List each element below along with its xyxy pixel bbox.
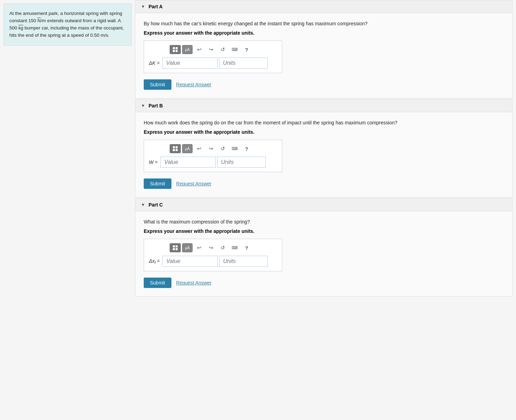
part-c-header: ▼ Part C: [135, 199, 512, 211]
part-b-request-button[interactable]: Request Answer: [176, 181, 212, 186]
problem-sidebar: At the amusement park, a horizontal spri…: [3, 3, 132, 46]
part-c-reset-button[interactable]: ↺: [217, 243, 228, 252]
part-b-units-input[interactable]: [217, 157, 266, 168]
part-a-mu-button[interactable]: μÄ: [182, 45, 193, 54]
part-b-keyboard-button[interactable]: ⌨: [229, 144, 240, 153]
part-a-grid-button[interactable]: [170, 45, 181, 54]
part-a-label: Part A: [149, 4, 163, 9]
part-a-header: ▼ Part A: [135, 0, 512, 13]
part-a-undo-button[interactable]: ↩: [194, 45, 204, 54]
part-c-request-button[interactable]: Request Answer: [176, 280, 212, 286]
part-c-submit-button[interactable]: Submit: [144, 278, 171, 288]
svg-rect-6: [173, 149, 175, 151]
part-c-mu-button[interactable]: μÄ: [182, 243, 193, 252]
part-a-request-button[interactable]: Request Answer: [176, 82, 212, 87]
part-b-help-button[interactable]: ?: [241, 144, 252, 153]
part-a-express: Express your answer with the appropriate…: [144, 30, 504, 36]
part-a-chevron[interactable]: ▼: [141, 4, 145, 9]
part-c-undo-button[interactable]: ↩: [194, 243, 204, 252]
part-b-redo-button[interactable]: ↪: [206, 144, 216, 153]
svg-rect-5: [176, 146, 178, 148]
svg-rect-8: [173, 245, 175, 247]
part-c-toolbar: μÄ ↩ ↪ ↺ ⌨ ?: [149, 243, 277, 252]
part-b-value-input[interactable]: [160, 157, 216, 168]
part-c-input-row: Δxf =: [149, 256, 277, 267]
part-b-input-row: W =: [149, 157, 277, 168]
part-a-help-button[interactable]: ?: [241, 45, 252, 54]
part-c-body: What is the maximum compression of the s…: [135, 211, 512, 296]
part-c-section: ▼ Part C What is the maximum compression…: [135, 198, 513, 297]
svg-rect-1: [176, 47, 178, 49]
part-c-chevron[interactable]: ▼: [141, 202, 145, 207]
part-c-express: Express your answer with the appropriate…: [144, 228, 504, 234]
svg-rect-3: [176, 50, 178, 52]
part-b-grid-button[interactable]: [170, 144, 181, 153]
part-c-var-label: Δxf =: [149, 258, 160, 265]
part-a-input-row: ΔK =: [149, 58, 277, 69]
part-b-undo-button[interactable]: ↩: [194, 144, 204, 153]
part-a-section: ▼ Part A By how much has the car's kinet…: [135, 0, 513, 98]
part-c-value-input[interactable]: [162, 256, 218, 267]
part-b-var-label: W =: [149, 159, 158, 165]
part-a-actions: Submit Request Answer: [144, 79, 504, 90]
svg-rect-7: [176, 149, 178, 151]
part-a-submit-button[interactable]: Submit: [144, 79, 171, 90]
part-c-question: What is the maximum compression of the s…: [144, 218, 504, 226]
svg-rect-9: [176, 245, 178, 247]
part-c-keyboard-button[interactable]: ⌨: [229, 243, 240, 252]
part-a-var-label: ΔK =: [149, 60, 160, 66]
part-c-actions: Submit Request Answer: [144, 278, 504, 288]
svg-rect-2: [173, 50, 175, 52]
part-a-question: By how much has the car's kinetic energy…: [144, 20, 504, 27]
part-c-grid-button[interactable]: [170, 243, 181, 252]
part-a-keyboard-button[interactable]: ⌨: [229, 45, 240, 54]
part-a-redo-button[interactable]: ↪: [206, 45, 216, 54]
part-a-toolbar: μÄ ↩ ↪ ↺ ⌨ ?: [149, 45, 277, 54]
part-c-answer-box: μÄ ↩ ↪ ↺ ⌨ ? Δxf =: [144, 239, 282, 271]
part-a-reset-button[interactable]: ↺: [217, 45, 228, 54]
part-b-answer-box: μÄ ↩ ↪ ↺ ⌨ ? W =: [144, 140, 282, 172]
part-a-body: By how much has the car's kinetic energy…: [135, 13, 512, 98]
part-b-mu-button[interactable]: μÄ: [182, 144, 193, 153]
sidebar-text: At the amusement park, a horizontal spri…: [9, 11, 124, 38]
part-c-units-input[interactable]: [219, 256, 268, 267]
svg-rect-11: [176, 248, 178, 250]
part-a-value-input[interactable]: [162, 58, 218, 69]
part-c-help-button[interactable]: ?: [241, 243, 252, 252]
part-b-reset-button[interactable]: ↺: [217, 144, 228, 153]
part-b-section: ▼ Part B How much work does the spring d…: [135, 99, 513, 198]
part-b-question: How much work does the spring do on the …: [144, 119, 504, 126]
part-a-answer-box: μÄ ↩ ↪ ↺ ⌨ ? ΔK =: [144, 41, 282, 73]
part-b-label: Part B: [149, 103, 163, 108]
part-a-units-input[interactable]: [219, 58, 268, 69]
part-b-header: ▼ Part B: [135, 99, 512, 112]
svg-rect-0: [173, 47, 175, 49]
main-content: ▼ Part A By how much has the car's kinet…: [132, 0, 516, 420]
part-b-express: Express your answer with the appropriate…: [144, 129, 504, 135]
part-c-label: Part C: [149, 202, 163, 208]
part-b-submit-button[interactable]: Submit: [144, 178, 171, 189]
part-b-chevron[interactable]: ▼: [141, 103, 145, 108]
part-b-actions: Submit Request Answer: [144, 178, 504, 189]
part-c-redo-button[interactable]: ↪: [206, 243, 216, 252]
svg-rect-10: [173, 248, 175, 250]
part-b-body: How much work does the spring do on the …: [135, 112, 512, 197]
part-b-toolbar: μÄ ↩ ↪ ↺ ⌨ ?: [149, 144, 277, 153]
svg-rect-4: [173, 146, 175, 148]
